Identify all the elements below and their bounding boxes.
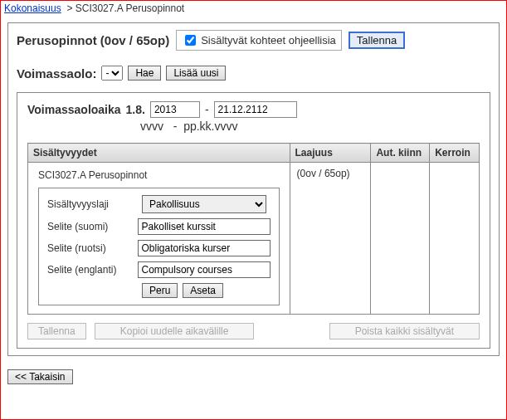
period-year-input[interactable] xyxy=(150,101,200,118)
ohjeellisia-checkbox[interactable] xyxy=(185,35,196,46)
table-row: SCI3027.A Perusopinnot Sisältyvyyslaji P… xyxy=(28,163,480,315)
tallenna-button-bottom: Tallenna xyxy=(27,323,86,339)
cell-aut-kiinn xyxy=(371,163,430,315)
page-title: Perusopinnot (0ov / 65op) xyxy=(17,33,169,47)
col-kerroin: Kerroin xyxy=(430,144,480,163)
cell-kerroin xyxy=(430,163,480,315)
lisaa-uusi-button[interactable]: Lisää uusi xyxy=(166,66,226,81)
col-sisaltyvyydet: Sisältyvyydet xyxy=(28,144,290,163)
breadcrumb-root-link[interactable]: Kokonaisuus xyxy=(4,2,61,14)
inclusion-form: Sisältyvyyslaji Pakollisuus Selite (suom… xyxy=(38,188,280,305)
hint-dash: - xyxy=(173,120,178,133)
col-laajuus: Laajuus xyxy=(290,144,371,163)
period-label: Voimassaoloaika xyxy=(27,103,121,116)
label-selite-en: Selite (englanti) xyxy=(47,264,133,276)
ohjeellisia-label: Sisältyvät kohteet ohjeellisia xyxy=(201,34,336,46)
cell-laajuus: (0ov / 65op) xyxy=(290,163,371,315)
hae-button[interactable]: Hae xyxy=(128,66,161,81)
period-prefix: 1.8. xyxy=(126,103,145,116)
label-laji: Sisältyvyyslaji xyxy=(47,198,137,210)
voimassaolo-label: Voimassaolo: xyxy=(17,66,96,81)
label-selite-fi: Selite (suomi) xyxy=(47,221,133,232)
input-selite-sv[interactable] xyxy=(138,240,271,256)
save-button-top[interactable]: Tallenna xyxy=(349,32,405,49)
poista-button: Poista kaikki sisältyvät xyxy=(329,323,480,339)
row-title: SCI3027.A Perusopinnot xyxy=(35,168,283,188)
voimassaolo-select[interactable]: - xyxy=(101,66,123,81)
input-selite-fi[interactable] xyxy=(138,218,271,235)
inclusions-table: Sisältyvyydet Laajuus Aut. kiinn Kerroin… xyxy=(27,143,480,315)
input-selite-en[interactable] xyxy=(138,261,271,278)
period-end-input[interactable] xyxy=(214,101,297,118)
col-aut-kiinn: Aut. kiinn xyxy=(371,144,430,163)
peru-button[interactable]: Peru xyxy=(142,283,178,298)
aseta-button[interactable]: Aseta xyxy=(183,283,223,298)
kopioi-button: Kopioi uudelle aikavälille xyxy=(95,323,255,339)
label-selite-sv: Selite (ruotsi) xyxy=(47,242,133,254)
breadcrumb-sep: > xyxy=(66,2,72,14)
breadcrumb-current: SCI3027.A Perusopinnot xyxy=(76,2,184,14)
ohjeellisia-checkbox-wrap[interactable]: Sisältyvät kohteet ohjeellisia xyxy=(176,30,342,51)
hint-date: pp.kk.vvvv xyxy=(183,120,237,133)
period-panel: Voimassaoloaika 1.8. - vvvv - pp.kk.vvvv… xyxy=(17,92,490,349)
select-laji[interactable]: Pakollisuus xyxy=(142,195,266,213)
main-panel: Perusopinnot (0ov / 65op) Sisältyvät koh… xyxy=(7,22,500,356)
breadcrumb: Kokonaisuus > SCI3027.A Perusopinnot xyxy=(1,1,506,16)
hint-year: vvvv xyxy=(140,120,163,133)
back-button[interactable]: << Takaisin xyxy=(7,369,73,384)
period-dash: - xyxy=(205,103,209,116)
